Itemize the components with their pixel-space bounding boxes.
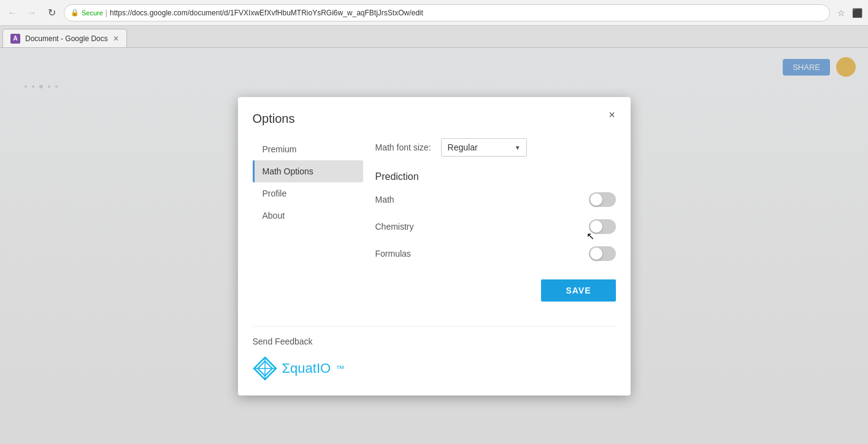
back-button[interactable]: ← [5,6,20,20]
chemistry-toggle[interactable]: ↖ [589,219,616,234]
font-size-select-wrapper[interactable]: Regular Small Large [441,138,527,157]
dialog-body: Premium Math Options Profile About Math … [253,138,616,302]
tab-title: Document - Google Docs [25,34,108,43]
nav-item-premium[interactable]: Premium [253,138,363,160]
font-size-label: Math font size: [375,142,431,152]
save-button[interactable]: SAVE [541,279,615,302]
chemistry-toggle-label: Chemistry [375,222,414,232]
dialog-nav: Premium Math Options Profile About [253,138,363,302]
nav-item-profile[interactable]: Profile [253,182,363,204]
math-toggle[interactable] [589,192,616,207]
equatio-text: ΣquatIO [282,360,331,376]
secure-text: Secure [82,9,103,17]
bookmark-icon[interactable]: ☆ [835,7,847,19]
page-background: SHARE Options × Premium Math Options Pro… [0,48,868,444]
address-bar[interactable]: 🔒 Secure | https://docs.google.com/docum… [64,4,830,21]
cast-icon[interactable]: ⬛ [851,7,863,19]
browser-chrome: ← → ↻ 🔒 Secure | https://docs.google.com… [0,0,868,26]
tab-favicon: A [10,34,20,44]
nav-item-math-options[interactable]: Math Options [253,160,363,182]
refresh-button[interactable]: ↻ [44,6,59,20]
tab-bar: A Document - Google Docs ✕ [0,26,868,48]
formulas-toggle-label: Formulas [375,249,411,259]
equatio-logo: ΣquatIO ™ [253,356,616,381]
nav-item-about[interactable]: About [253,204,363,227]
close-button[interactable]: × [604,107,621,124]
cursor-indicator: ↖ [586,230,594,242]
url-text: https://docs.google.com/document/d/1FVXI… [110,9,423,17]
font-size-select[interactable]: Regular Small Large [441,138,527,157]
active-tab[interactable]: A Document - Google Docs ✕ [2,29,127,47]
prediction-title: Prediction [375,171,616,182]
dialog-content: Math font size: Regular Small Large Pred… [363,138,616,302]
send-feedback-link[interactable]: Send Feedback [253,337,616,346]
formulas-toggle[interactable] [589,246,616,261]
options-dialog: Options × Premium Math Options Profile A… [238,97,631,395]
browser-actions: ☆ ⬛ [835,7,863,19]
save-btn-row: SAVE [375,279,616,302]
math-toggle-label: Math [375,195,394,204]
lock-icon: 🔒 [71,9,79,17]
dialog-footer: Send Feedback ΣquatIO ™ [253,326,616,381]
dialog-title: Options [253,112,616,126]
forward-button[interactable]: → [25,6,39,20]
formulas-toggle-row: Formulas [375,246,616,261]
math-toggle-row: Math [375,192,616,207]
chemistry-toggle-row: Chemistry ↖ [375,219,616,234]
tab-close-icon[interactable]: ✕ [113,34,119,43]
equatio-icon [253,356,277,381]
dialog-overlay: Options × Premium Math Options Profile A… [0,48,868,444]
equatio-trademark: ™ [336,364,344,373]
font-size-row: Math font size: Regular Small Large [375,138,616,157]
docs-toolbar: SHARE Options × Premium Math Options Pro… [0,48,868,444]
